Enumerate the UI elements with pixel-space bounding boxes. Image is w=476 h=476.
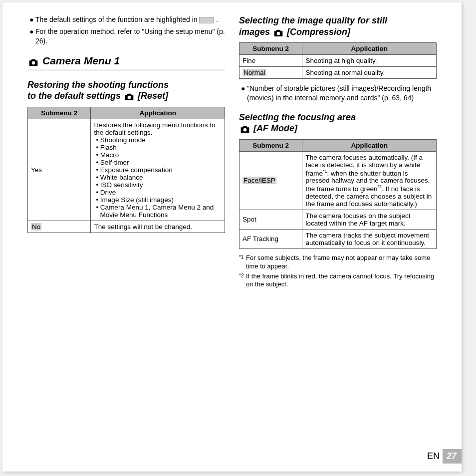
page-footer: EN 27: [427, 449, 462, 464]
highlight-box-icon: [199, 17, 214, 23]
footnote-text: If the frame blinks in red, the camera c…: [246, 272, 437, 289]
list-item: • Flash: [96, 144, 222, 151]
column-header: Application: [302, 139, 437, 151]
submenu-cell: Fine: [239, 55, 302, 67]
text-part: .: [216, 15, 218, 23]
application-cell: Restores the following menu functions to…: [91, 119, 225, 221]
list-item: • Image Size (still images): [96, 196, 222, 204]
svg-point-3: [243, 128, 247, 132]
heading-line: Selecting the focusing area: [239, 112, 356, 122]
text-part: The default settings of the function are…: [35, 15, 199, 23]
bullet-dot-icon: ●: [29, 15, 35, 24]
table-row: No The settings will not be changed.: [28, 221, 225, 233]
af-mode-table: Submenu 2 Application Face/iESP The came…: [239, 139, 437, 249]
compression-table: Submenu 2 Application Fine Shooting at h…: [239, 42, 437, 79]
intro-note-2-text: For the operation method, refer to "Usin…: [35, 27, 225, 46]
table-row: Normal Shooting at normal quality.: [239, 67, 437, 79]
camera-menu-1-heading: Camera Menu 1: [27, 55, 225, 70]
intro-note-1: ● The default settings of the function a…: [29, 15, 225, 24]
footnote-ref-2: *2: [377, 184, 382, 189]
table-header-row: Submenu 2 Application: [239, 139, 437, 151]
application-cell: The settings will not be changed.: [91, 221, 225, 233]
list-item: • Exposure compensation: [96, 166, 222, 174]
reset-heading: Restoring the shooting functions to the …: [27, 79, 225, 102]
table-row: Fine Shooting at high quality.: [239, 55, 437, 67]
svg-point-1: [128, 96, 131, 99]
af-mode-heading: Selecting the focusing area [AF Mode]: [239, 112, 437, 134]
table-row: AF Tracking The camera tracks the subjec…: [239, 229, 437, 248]
default-value: Face/iESP: [242, 177, 276, 184]
intro-note-2: ● For the operation method, refer to "Us…: [29, 27, 225, 46]
camera-icon: [28, 57, 38, 64]
compression-notes: ● "Number of storable pictures (still im…: [239, 84, 437, 103]
reset-items-list: • Shooting mode • Flash • Macro • Self-t…: [94, 136, 222, 219]
page-number: 27: [443, 449, 462, 464]
page-body: ● The default settings of the function a…: [2, 2, 462, 472]
heading-text: Camera Menu 1: [42, 55, 120, 67]
list-item: • Self-timer: [96, 159, 222, 166]
list-item: • White balance: [96, 174, 222, 181]
submenu-cell: Spot: [239, 210, 302, 229]
footnote-marker: *1: [239, 254, 246, 271]
svg-point-2: [277, 31, 280, 35]
heading-line: [AF Mode]: [253, 123, 297, 133]
svg-point-0: [32, 61, 35, 64]
intro-note-1-text: The default settings of the function are…: [35, 15, 218, 24]
application-cell: Shooting at high quality.: [302, 55, 437, 67]
application-cell: The camera focuses on the subject locate…: [302, 210, 437, 229]
camera-icon: [124, 93, 134, 100]
application-cell: The camera tracks the subject movement a…: [302, 229, 437, 248]
language-code: EN: [427, 451, 440, 462]
default-value: Normal: [242, 69, 266, 76]
left-column: ● The default settings of the function a…: [27, 15, 225, 462]
column-header: Application: [302, 43, 437, 55]
heading-line: to the default settings: [27, 91, 123, 101]
table-header-row: Submenu 2 Application: [28, 107, 225, 119]
heading-line: Restoring the shooting functions: [27, 80, 169, 90]
camera-icon: [240, 125, 250, 133]
heading-line: images: [239, 27, 272, 37]
column-header: Submenu 2: [28, 107, 91, 119]
list-item: • Camera Menu 1, Camera Menu 2 and Movie…: [96, 204, 222, 219]
heading-line: Selecting the image quality for still: [239, 15, 387, 25]
list-item: • Macro: [96, 151, 222, 159]
list-item: • Drive: [96, 189, 222, 196]
column-header: Submenu 2: [239, 139, 302, 151]
heading-line: [Reset]: [138, 91, 168, 101]
note-text: "Number of storable pictures (still imag…: [247, 84, 437, 103]
submenu-cell: Face/iESP: [239, 151, 302, 210]
column-header: Application: [91, 107, 225, 119]
footnote-1: *1 For some subjects, the frame may not …: [239, 254, 437, 271]
right-column: Selecting the image quality for still im…: [239, 15, 437, 462]
table-row: Spot The camera focuses on the subject l…: [239, 210, 437, 229]
submenu-cell: Normal: [239, 67, 302, 79]
heading-line: [Compression]: [287, 27, 350, 37]
submenu-cell: Yes: [28, 119, 91, 221]
application-cell: The camera focuses automatically. (If a …: [302, 151, 437, 210]
bullet-dot-icon: ●: [29, 27, 35, 46]
compression-heading: Selecting the image quality for still im…: [239, 15, 437, 37]
column-header: Submenu 2: [239, 43, 302, 55]
application-cell: Shooting at normal quality.: [302, 67, 437, 79]
reset-table: Submenu 2 Application Yes Restores the f…: [27, 107, 225, 233]
bullet-dot-icon: ●: [241, 84, 247, 103]
af-footnotes: *1 For some subjects, the frame may not …: [239, 254, 437, 289]
compression-note: ● "Number of storable pictures (still im…: [241, 84, 437, 103]
list-item: • Shooting mode: [96, 136, 222, 144]
table-header-row: Submenu 2 Application: [239, 43, 437, 55]
table-row: Face/iESP The camera focuses automatical…: [239, 151, 437, 210]
footnote-marker: *2: [239, 272, 246, 289]
default-value: No: [31, 223, 41, 231]
camera-icon: [273, 28, 283, 36]
list-item: • ISO sensitivity: [96, 181, 222, 189]
footnote-text: For some subjects, the frame may not app…: [246, 254, 437, 271]
footnote-2: *2 If the frame blinks in red, the camer…: [239, 272, 437, 289]
cell-intro-text: Restores the following menu functions to…: [94, 121, 215, 136]
intro-notes: ● The default settings of the function a…: [27, 15, 225, 46]
submenu-cell: No: [28, 221, 91, 233]
submenu-cell: AF Tracking: [239, 229, 302, 248]
table-row: Yes Restores the following menu function…: [28, 119, 225, 221]
